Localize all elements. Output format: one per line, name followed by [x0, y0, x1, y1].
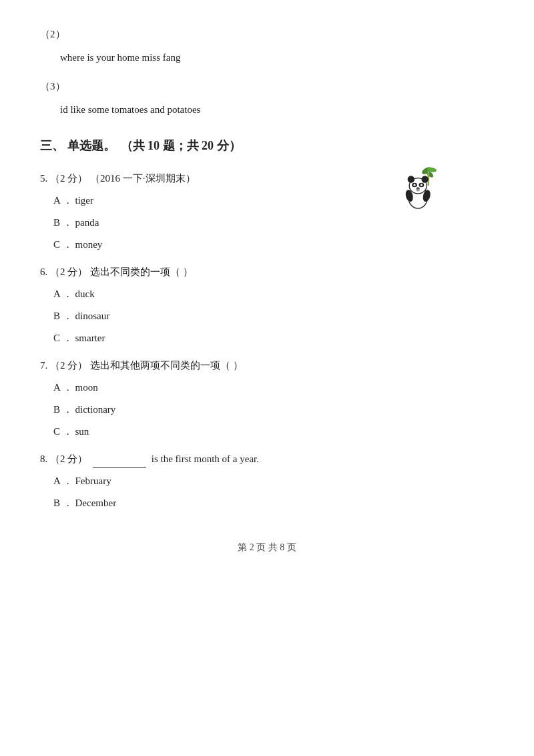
q6-option-a-text: duck — [75, 289, 95, 299]
svg-point-10 — [413, 184, 415, 186]
q8-option-a-text: February — [75, 476, 111, 486]
sentence-2-label: （2） — [40, 25, 494, 43]
question-6: 6. （2 分） 选出不同类的一项（ ） A ． duck B ． dinosa… — [40, 263, 494, 347]
q8-option-b-label: B ． — [53, 498, 73, 508]
question-6-label: 6. （2 分） 选出不同类的一项（ ） — [40, 263, 494, 281]
q5-option-a-label: A ． — [53, 195, 73, 206]
sentence-3-content: id like some tomatoes and potatoes — [60, 104, 200, 115]
q5-option-b-label: B ． — [53, 217, 73, 228]
svg-point-12 — [417, 188, 420, 190]
q6-num: 6. — [40, 266, 47, 277]
question-5: 5. （2 分） （2016 一下·深圳期末） A ． tiger B ． pa… — [40, 170, 494, 254]
sentence-2-text: where is your home miss fang — [60, 49, 494, 67]
q8-stem: is the first month of a year. — [152, 453, 259, 464]
q6-option-c-label: C ． — [53, 333, 73, 343]
q7-option-a: A ． moon — [53, 379, 494, 397]
q6-option-b-label: B ． — [53, 311, 73, 321]
section3-title: 三、 单选题。 — [40, 135, 115, 156]
section3-header: 三、 单选题。 （共 10 题；共 20 分） — [40, 135, 494, 156]
q8-option-a: A ． February — [53, 472, 494, 490]
q6-option-a-label: A ． — [53, 289, 73, 299]
q7-option-a-text: moon — [75, 382, 98, 393]
question-7: 7. （2 分） 选出和其他两项不同类的一项（ ） A ． moon B ． d… — [40, 357, 494, 441]
q7-option-c: C ． sun — [53, 423, 494, 441]
q7-option-b: B ． dictionary — [53, 401, 494, 419]
q5-option-b: B ． panda — [53, 214, 494, 232]
q5-context: （2016 一下·深圳期末） — [90, 173, 196, 184]
sentence-3-label: （3） — [40, 77, 494, 96]
panda-image — [397, 166, 441, 216]
question-8-label: 8. （2 分） is the first month of a year. — [40, 450, 494, 468]
q7-option-c-label: C ． — [53, 426, 73, 437]
question-8: 8. （2 分） is the first month of a year. A… — [40, 450, 494, 512]
q8-num: 8. — [40, 453, 47, 464]
q6-score: （2 分） — [50, 266, 87, 277]
q7-score: （2 分） — [50, 360, 87, 371]
q5-option-c-text: money — [75, 239, 103, 250]
q5-option-a-text: tiger — [75, 195, 94, 206]
q6-option-b: B ． dinosaur — [53, 307, 494, 325]
q8-option-a-label: A ． — [53, 476, 73, 486]
footer-text: 第 2 页 共 8 页 — [238, 542, 296, 552]
svg-point-7 — [421, 176, 428, 183]
sentence-2-label-text: （2） — [40, 29, 65, 39]
q6-option-a: A ． duck — [53, 285, 494, 303]
q8-score: （2 分） — [50, 453, 87, 464]
panda-svg — [397, 166, 441, 210]
section3-subtitle: （共 10 题；共 20 分） — [121, 135, 241, 156]
q6-context: 选出不同类的一项（ ） — [90, 266, 193, 277]
q5-num: 5. — [40, 173, 47, 184]
question-7-label: 7. （2 分） 选出和其他两项不同类的一项（ ） — [40, 357, 494, 375]
q7-option-c-text: sun — [75, 426, 89, 437]
q7-option-a-label: A ． — [53, 382, 73, 393]
sentence-2-content: where is your home miss fang — [60, 52, 180, 63]
sentence-3-label-text: （3） — [40, 81, 65, 91]
q7-context: 选出和其他两项不同类的一项（ ） — [90, 360, 243, 371]
sentence-3-text: id like some tomatoes and potatoes — [60, 101, 494, 119]
q5-score: （2 分） — [50, 173, 87, 184]
q5-option-b-text: panda — [75, 217, 99, 228]
page-footer: 第 2 页 共 8 页 — [40, 539, 494, 556]
q7-option-b-label: B ． — [53, 404, 73, 415]
q6-option-b-text: dinosaur — [75, 311, 110, 321]
svg-point-11 — [421, 184, 423, 186]
q8-option-b: B ． December — [53, 494, 494, 512]
q8-option-b-text: December — [75, 498, 117, 508]
q5-option-c-label: C ． — [53, 239, 73, 250]
q6-option-c: C ． smarter — [53, 329, 494, 347]
q7-option-b-text: dictionary — [75, 404, 116, 415]
svg-point-6 — [408, 176, 415, 183]
q7-num: 7. — [40, 360, 47, 371]
q5-option-c: C ． money — [53, 236, 494, 254]
q6-option-c-text: smarter — [75, 333, 105, 343]
q8-blank — [90, 453, 149, 464]
